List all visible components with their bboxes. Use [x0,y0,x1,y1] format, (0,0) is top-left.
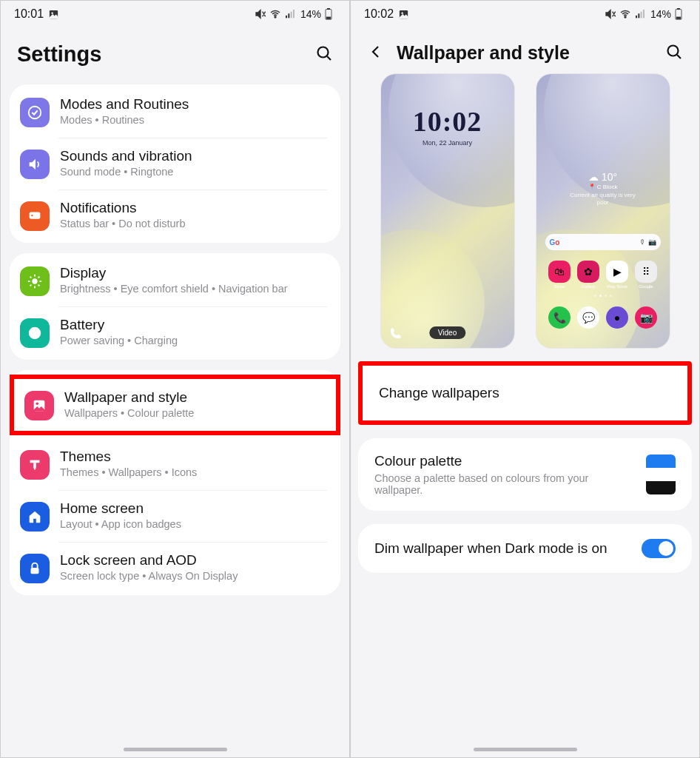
item-subtitle: Brightness • Eye comfort shield • Naviga… [60,283,327,295]
svg-rect-38 [676,17,681,19]
svg-rect-28 [31,568,39,574]
mute-icon [605,8,616,20]
dim-wallpaper-toggle[interactable] [642,539,676,558]
page-title: Wallpaper and style [397,42,570,64]
settings-item-themes[interactable]: Themes Themes • Wallpapers • Icons [10,438,340,490]
svg-point-10 [318,47,329,57]
image-icon [398,9,409,20]
change-wallpapers-label: Change wallpapers [379,385,671,401]
check-icon [20,98,50,127]
app-icon: 💬 [577,306,599,329]
settings-item-sounds[interactable]: Sounds and vibration Sound mode • Ringto… [10,138,340,190]
settings-screen: 10:01 14% Settings Modes and Routines Mo… [0,0,350,758]
wifi-icon [269,8,281,20]
app-icon: ● [606,306,628,329]
app-icon: ⠿Google [635,261,657,289]
svg-point-31 [625,16,626,18]
phone-icon [388,327,402,341]
sound-icon [20,150,50,179]
item-title: Wallpaper and style [64,389,323,406]
item-title: Battery [60,317,327,333]
wallpaper-style-screen: 10:02 14% Wallpaper and style 10:02 Mon,… [350,0,700,758]
item-subtitle: Status bar • Do not disturb [60,218,327,229]
item-subtitle: Layout • App icon badges [60,518,327,530]
settings-item-homescreen[interactable]: Home screen Layout • App icon badges [10,490,340,542]
app-icon: ✿Gallery [577,261,599,289]
google-search-bar: Go 🎙📷 [545,234,661,250]
settings-item-battery[interactable]: Battery Power saving • Charging [10,306,340,358]
svg-rect-6 [293,10,295,18]
colour-palette-sub: Choose a palette based on colours from y… [374,472,636,496]
dock-row: 📞💬●📷 [545,306,661,329]
status-bar: 10:02 14% [351,1,699,27]
app-icon: 🛍Store [548,261,571,289]
svg-rect-32 [636,16,637,18]
weather-widget: ☁ 10° 📍 C Block Current air quality is v… [570,170,636,207]
battery-percent: 14% [300,8,321,20]
item-subtitle: Power saving • Charging [60,335,327,346]
app-icon: 📞 [548,306,571,329]
settings-item-wallpaper[interactable]: Wallpaper and style Wallpapers • Colour … [14,379,336,431]
nav-handle[interactable] [474,748,577,751]
settings-item-modes[interactable]: Modes and Routines Modes • Routines [10,86,340,138]
svg-line-11 [327,56,331,60]
settings-group: Wallpaper and style Wallpapers • Colour … [10,370,340,595]
colour-palette-title: Colour palette [374,453,636,469]
lockscreen-preview[interactable]: 10:02 Mon, 22 January Video [381,74,514,348]
settings-item-notifications[interactable]: Notifications Status bar • Do not distur… [10,190,340,241]
image-icon [48,9,59,20]
search-icon [665,43,683,61]
header: Settings [1,27,349,74]
settings-list: Modes and Routines Modes • Routines Soun… [1,74,349,757]
battery-icon [324,8,333,20]
signal-icon [284,8,296,20]
wallpaper-previews: 10:02 Mon, 22 January Video ☁ 10° 📍 C Bl… [351,71,699,361]
homescreen-preview[interactable]: ☁ 10° 📍 C Block Current air quality is v… [536,74,670,348]
home-icon [20,502,50,531]
svg-rect-33 [638,13,639,18]
nav-handle[interactable] [124,748,227,751]
battery-icon [674,8,683,20]
back-button[interactable] [367,43,385,64]
svg-rect-37 [677,8,679,10]
svg-rect-4 [288,13,289,18]
image-icon [24,391,54,420]
change-wallpapers-item[interactable]: Change wallpapers [358,361,692,425]
settings-item-display[interactable]: Display Brightness • Eye comfort shield … [10,255,340,306]
svg-line-21 [38,285,40,286]
settings-item-lockscreen[interactable]: Lock screen and AOD Screen lock type • A… [10,542,340,594]
header: Wallpaper and style [351,27,699,71]
item-title: Modes and Routines [60,96,327,113]
colour-palette-item[interactable]: Colour palette Choose a palette based on… [358,438,692,511]
mute-icon [255,8,266,20]
lock-date: Mon, 22 January [423,139,472,147]
item-title: Home screen [60,500,327,517]
item-title: Display [60,265,327,281]
svg-line-20 [30,277,32,278]
settings-group: Modes and Routines Modes • Routines Soun… [10,84,340,243]
svg-rect-35 [643,10,645,18]
svg-rect-9 [326,17,331,19]
svg-rect-3 [286,16,287,18]
status-time: 10:02 [364,7,394,21]
highlight-box: Wallpaper and style Wallpapers • Colour … [10,375,340,435]
svg-line-22 [38,277,40,278]
lock-icon [20,554,50,583]
search-icon [315,44,333,62]
app-icon: 📷 [635,306,657,329]
item-subtitle: Wallpapers • Colour palette [64,407,323,419]
dim-wallpaper-item[interactable]: Dim wallpaper when Dark mode is on [358,524,692,573]
search-button[interactable] [665,43,683,64]
item-title: Notifications [60,200,327,216]
status-time: 10:01 [14,7,44,21]
page-indicator [594,295,612,297]
battery-percent: 14% [650,8,671,20]
item-subtitle: Sound mode • Ringtone [60,166,327,178]
lock-time: 10:02 [413,105,482,138]
svg-point-25 [33,331,37,335]
chevron-left-icon [367,43,385,61]
item-title: Sounds and vibration [60,148,327,164]
item-title: Lock screen and AOD [60,552,327,568]
search-button[interactable] [315,44,333,65]
item-subtitle: Modes • Routines [60,114,327,126]
